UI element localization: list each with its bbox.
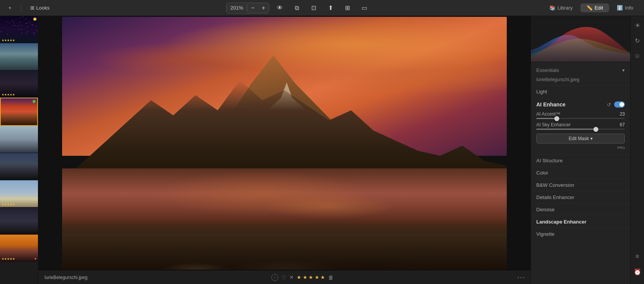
light-section[interactable]: Light — [531, 85, 630, 98]
ai-structure-section[interactable]: AI Structure — [531, 154, 630, 166]
zoom-plus-button[interactable]: + — [258, 3, 269, 13]
thumb-canvas-8 — [0, 207, 38, 234]
library-label: Library — [557, 5, 573, 11]
thumb-stars-9: ★★★★★ — [2, 257, 15, 261]
edit-mask-label: Edit Mask ▾ — [568, 136, 592, 141]
looks-button[interactable]: ⊞ Looks — [26, 3, 54, 12]
edit-mask-button[interactable]: Edit Mask ▾ — [536, 134, 625, 144]
ai-enhance-section: AI Enhance ↺ AI Accent™ 23 — [531, 98, 630, 154]
bw-section[interactable]: B&W Conversion — [531, 179, 630, 191]
ai-accent-value: 23 — [620, 111, 625, 117]
ai-accent-fill — [536, 118, 557, 119]
status-filename: IurieBelegurschi.jpeg — [44, 275, 87, 280]
right-icons-bottom: ≡ ⏰ — [632, 251, 643, 280]
looks-icon: ⊞ — [30, 5, 34, 11]
grid-button[interactable]: ⊞ — [341, 3, 353, 13]
thumb-item[interactable]: ★★★★★ ♥ — [0, 235, 38, 262]
thumb-item[interactable]: ★★★★★ — [0, 16, 38, 43]
essentials-header[interactable]: Essentials ▾ — [531, 65, 630, 75]
zoom-minus-button[interactable]: − — [247, 3, 258, 13]
right-panel: Essentials ▾ IurieBelegurschi.jpeg Light… — [531, 16, 630, 284]
thumb-item[interactable] — [0, 153, 38, 180]
ai-accent-track[interactable] — [536, 118, 625, 119]
thumb-canvas-6 — [0, 153, 38, 180]
thumb-item[interactable] — [0, 43, 38, 70]
share-button[interactable]: ⬆ — [324, 3, 337, 13]
ai-accent-thumb[interactable] — [554, 116, 559, 121]
ai-sky-label-row: AI Sky Enhancer 67 — [536, 122, 625, 127]
plus-icon: + — [8, 5, 12, 11]
crop-button[interactable]: ⊡ — [307, 3, 320, 13]
enhance-header: AI Enhance ↺ — [531, 99, 630, 110]
info-icon: ℹ️ — [617, 5, 623, 11]
thumb-item[interactable]: ★★★★★ — [0, 180, 38, 207]
edit-icon: ✏️ — [586, 5, 593, 11]
layers-icon-btn[interactable]: ≡ — [632, 251, 643, 262]
histogram-area — [531, 16, 630, 62]
thumb-item[interactable]: ★★★★★ — [0, 70, 38, 98]
thumb-dot-1 — [33, 18, 36, 21]
preview-button[interactable]: 👁 — [274, 3, 286, 13]
separator-1 — [21, 4, 21, 12]
thumb-dot-4 — [33, 100, 36, 103]
film-strip: ★★★★★ ★★★★★ ★★★★★ — [0, 16, 38, 284]
library-tab[interactable]: 📚 Library — [543, 3, 579, 12]
thumb-item[interactable] — [0, 126, 38, 153]
right-icons: ☀ ↻ ☺ ≡ ⏰ — [630, 16, 644, 284]
thumb-canvas-5 — [0, 126, 38, 153]
ai-accent-label-row: AI Accent™ 23 — [536, 111, 625, 117]
toolbar-right: 📚 Library ✏️ Edit ℹ️ Info — [543, 3, 639, 12]
clock-icon-btn[interactable]: ⏰ — [632, 266, 643, 277]
grass-detail — [62, 224, 507, 269]
histogram-svg — [531, 16, 630, 62]
landscape-enhancer-section[interactable]: Landscape Enhancer — [531, 215, 630, 228]
essentials-label: Essentials — [536, 67, 559, 73]
toggle-switch[interactable] — [614, 101, 625, 108]
status-right: • • • — [518, 275, 524, 280]
file-name: IurieBelegurschi.jpeg — [531, 75, 630, 85]
details-enhancer-label: Details Enhancer — [536, 194, 574, 200]
thumb-item-selected[interactable] — [0, 98, 38, 126]
toolbar-center: 201% − + 👁 ⧉ ⊡ ⬆ ⊞ ▭ — [57, 3, 539, 13]
heart-icon[interactable]: ♡ — [281, 274, 286, 281]
ai-sky-thumb[interactable] — [593, 127, 598, 132]
denoise-label: Denoise — [536, 207, 555, 212]
ai-sky-slider-row: AI Sky Enhancer 67 — [531, 121, 630, 131]
toolbar: + ⊞ Looks 201% − + 👁 ⧉ ⊡ ⬆ ⊞ ▭ 📚 Library… — [0, 0, 644, 16]
ai-structure-label: AI Structure — [536, 158, 563, 163]
reset-icon[interactable]: ↺ — [607, 102, 611, 108]
color-section[interactable]: Color — [531, 166, 630, 179]
star-rating[interactable]: ★ ★ ★ ★ ★ — [297, 274, 325, 280]
rotate-icon-btn[interactable]: ↻ — [632, 35, 643, 46]
bw-label: B&W Conversion — [536, 182, 574, 188]
denoise-section[interactable]: Denoise — [531, 203, 630, 215]
landscape-photo — [62, 17, 507, 269]
zoom-level: 201% — [227, 4, 247, 12]
panel-content: Essentials ▾ IurieBelegurschi.jpeg Light… — [531, 62, 630, 284]
details-enhancer-section[interactable]: Details Enhancer — [531, 191, 630, 203]
thumb-item[interactable] — [0, 207, 38, 235]
trash-icon[interactable]: 🗑 — [328, 274, 334, 281]
sun-icon-btn[interactable]: ☀ — [632, 20, 643, 31]
reject-icon[interactable]: ✕ — [289, 274, 294, 280]
face-icon-btn[interactable]: ☺ — [632, 51, 643, 61]
zoom-control: 201% − + — [226, 3, 269, 13]
edit-tab[interactable]: ✏️ Edit — [580, 3, 609, 12]
compare-button[interactable]: ⧉ — [291, 3, 303, 13]
rating-circle[interactable]: ○ — [271, 274, 278, 281]
thumb-heart-9: ♥ — [34, 257, 36, 261]
ai-sky-track[interactable] — [536, 129, 625, 130]
library-icon: 📚 — [549, 5, 555, 11]
ai-sky-fill — [536, 129, 596, 130]
status-center: ○ ♡ ✕ ★ ★ ★ ★ ★ 🗑 — [271, 274, 334, 281]
thumb-stars-7: ★★★★★ — [2, 203, 15, 206]
fullscreen-button[interactable]: ▭ — [358, 3, 370, 13]
thumb-canvas-2 — [0, 43, 38, 70]
landscape-enhancer-label: Landscape Enhancer — [536, 219, 586, 225]
vignette-label: Vignette — [536, 231, 554, 237]
info-tab[interactable]: ℹ️ Info — [611, 3, 639, 12]
vignette-section[interactable]: Vignette — [531, 228, 630, 240]
light-label: Light — [536, 89, 547, 95]
looks-label: Looks — [36, 5, 50, 11]
add-button[interactable]: + — [5, 3, 15, 12]
